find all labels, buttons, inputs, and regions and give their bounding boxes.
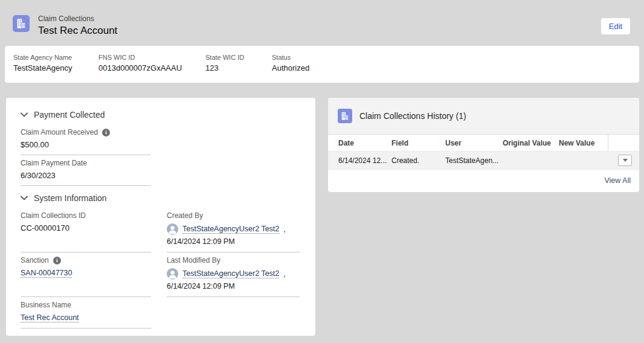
cell-date: 6/14/2024 12... — [338, 156, 391, 165]
field-label-row: Sanction — [21, 256, 151, 264]
highlight-fns-wic-id: FNS WIC ID 0013d000007zGxAAAU — [98, 54, 182, 72]
field-label: Business Name — [21, 301, 71, 309]
highlight-state-wic-id: State WIC ID 123 — [205, 54, 244, 72]
field-label-row: Claim Collections ID — [21, 211, 151, 220]
system-information-grid: Claim Collections ID CC-00000170 Created… — [21, 208, 301, 329]
section-payment-collected[interactable]: Payment Collected — [21, 110, 301, 120]
info-icon[interactable] — [102, 129, 110, 136]
field-value: CC-00000170 — [21, 223, 151, 232]
sanction-link[interactable]: SAN-00047730 — [21, 269, 72, 278]
last-modified-datetime: 6/14/2024 12:09 PM — [167, 282, 300, 290]
record-title: Test Rec Account — [38, 24, 117, 37]
history-table-row: 6/14/2024 12... Created. TestStateAgen..… — [328, 152, 639, 169]
field-label-row: Claim Amount Received — [21, 128, 151, 136]
section-spacer — [21, 186, 301, 191]
record-header-text: Claim Collections Test Rec Account — [38, 14, 117, 37]
field-label-row: Business Name — [21, 301, 151, 309]
last-modified-user-link[interactable]: TestStateAgencyUser2 Test2 — [182, 269, 279, 278]
record-detail-panel: Payment Collected Claim Amount Received … — [6, 98, 315, 336]
cell-user: TestStateAgen... — [445, 156, 503, 165]
history-table-header: Date Field User Original Value New Value — [328, 135, 639, 152]
history-entity-icon — [338, 109, 352, 123]
edit-button[interactable]: Edit — [601, 18, 630, 34]
section-title: Payment Collected — [34, 110, 105, 120]
history-panel-title[interactable]: Claim Collections History (1) — [359, 111, 466, 121]
section-system-information[interactable]: System Information — [21, 193, 301, 203]
field-value: SAN-00047730 — [21, 268, 151, 277]
view-all-link[interactable]: View All — [604, 176, 631, 185]
claim-collections-entity-icon — [13, 15, 30, 32]
field-label: Status — [272, 54, 309, 61]
field-label: Claim Amount Received — [21, 128, 98, 136]
field-label: Last Modified By — [167, 256, 221, 264]
column-header-new-value[interactable]: New Value — [559, 139, 608, 147]
field-claim-amount-received: Claim Amount Received $500.00 — [21, 124, 151, 155]
field-label: FNS WIC ID — [98, 54, 182, 61]
field-claim-payment-date: Claim Payment Date 6/30/2023 — [21, 155, 151, 186]
column-header-original-value[interactable]: Original Value — [503, 139, 559, 147]
field-label: Sanction — [21, 256, 49, 264]
person-icon — [167, 268, 178, 280]
avatar-icon — [167, 223, 178, 235]
created-by-user-line: TestStateAgencyUser2 Test2 , — [167, 223, 300, 235]
building-grid-icon — [340, 111, 350, 121]
info-icon[interactable] — [53, 257, 61, 264]
field-business-name: Business Name Test Rec Account — [21, 297, 151, 329]
field-value: Test Rec Account — [21, 313, 151, 322]
field-label: Claim Collections ID — [21, 211, 86, 220]
row-action-cell — [608, 155, 639, 166]
chevron-down-icon — [21, 196, 28, 200]
row-actions-dropdown-button[interactable] — [618, 155, 632, 166]
field-value: 0013d000007zGxAAAU — [98, 63, 182, 72]
column-header-user[interactable]: User — [445, 139, 503, 147]
column-header-field[interactable]: Field — [391, 139, 445, 147]
field-value: 123 — [205, 63, 244, 72]
user-suffix: , — [283, 270, 285, 278]
field-label-row: Created By — [167, 211, 300, 220]
building-grid-icon — [14, 17, 28, 30]
highlight-status: Status Authorized — [272, 54, 309, 72]
field-value: $500.00 — [21, 140, 151, 149]
record-page: Claim Collections Test Rec Account Edit … — [0, 0, 644, 343]
chevron-down-icon — [21, 112, 28, 117]
business-name-link[interactable]: Test Rec Account — [21, 313, 79, 322]
field-value: 6/30/2023 — [21, 171, 151, 180]
field-last-modified-by: Last Modified By TestStateAgencyUser2 Te… — [167, 252, 300, 297]
history-panel-header: Claim Collections History (1) — [328, 98, 639, 135]
chevron-down-icon — [623, 159, 628, 162]
created-by-user-link[interactable]: TestStateAgencyUser2 Test2 — [182, 225, 279, 234]
column-header-date[interactable]: Date — [338, 139, 391, 147]
created-datetime: 6/14/2024 12:09 PM — [167, 237, 300, 246]
object-label: Claim Collections — [38, 14, 117, 24]
field-created-by: Created By TestStateAgencyUser2 Test2 , … — [167, 208, 300, 252]
field-label: Created By — [167, 211, 203, 220]
field-claim-collections-id: Claim Collections ID CC-00000170 — [21, 208, 151, 252]
field-label-row: Last Modified By — [167, 256, 300, 264]
claim-collections-history-panel: Claim Collections History (1) Date Field… — [328, 98, 639, 192]
empty-cell — [167, 297, 300, 329]
last-modified-user-line: TestStateAgencyUser2 Test2 , — [167, 268, 300, 280]
person-icon — [167, 223, 178, 235]
cell-field: Created. — [391, 156, 445, 165]
field-label-row: Claim Payment Date — [21, 159, 151, 167]
status-value: Authorized — [272, 63, 309, 72]
field-value: TestStateAgency — [13, 63, 72, 72]
field-label: Claim Payment Date — [21, 159, 87, 167]
avatar-icon — [167, 268, 178, 280]
section-title: System Information — [34, 193, 107, 203]
user-suffix: , — [283, 225, 285, 234]
field-sanction: Sanction SAN-00047730 — [21, 252, 151, 297]
highlights-bar: State Agency Name TestStateAgency FNS WI… — [5, 46, 639, 83]
highlight-state-agency-name: State Agency Name TestStateAgency — [13, 54, 72, 72]
history-panel-footer: View All — [328, 169, 639, 191]
field-label: State Agency Name — [13, 54, 72, 61]
column-header-actions — [608, 135, 639, 151]
field-label: State WIC ID — [205, 54, 244, 61]
